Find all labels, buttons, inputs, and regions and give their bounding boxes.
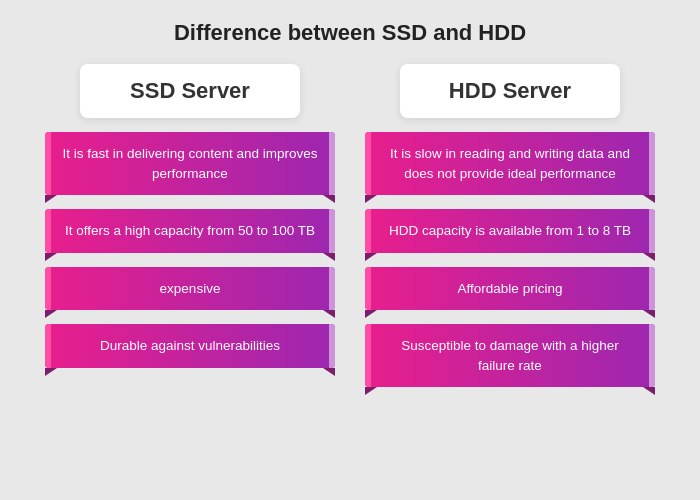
ribbon-right-accent	[649, 209, 655, 253]
hdd-item-4: Susceptible to damage with a higher fail…	[365, 324, 655, 387]
list-item: Affordable pricing	[365, 267, 655, 311]
ribbon-left-accent	[45, 209, 51, 253]
hdd-item-3: Affordable pricing	[365, 267, 655, 311]
fold-right	[323, 310, 335, 318]
hdd-column: HDD Server It is slow in reading and wri…	[365, 64, 655, 391]
list-item: It offers a high capacity from 50 to 100…	[45, 209, 335, 253]
list-item: Susceptible to damage with a higher fail…	[365, 324, 655, 387]
ribbon-right-accent	[329, 324, 335, 368]
fold-right	[643, 195, 655, 203]
list-item: Durable against vulnerabilities	[45, 324, 335, 368]
list-item: HDD capacity is available from 1 to 8 TB	[365, 209, 655, 253]
list-item: expensive	[45, 267, 335, 311]
ribbon-right-accent	[649, 267, 655, 311]
ssd-item-1: It is fast in delivering content and imp…	[45, 132, 335, 195]
fold-left	[45, 310, 57, 318]
fold-right	[643, 253, 655, 261]
columns-container: SSD Server It is fast in delivering cont…	[30, 64, 670, 391]
ribbon-left-accent	[45, 132, 51, 195]
ribbon-left-accent	[365, 132, 371, 195]
hdd-item-1: It is slow in reading and writing data a…	[365, 132, 655, 195]
hdd-header: HDD Server	[400, 64, 620, 118]
ssd-ribbon-list: It is fast in delivering content and imp…	[45, 132, 335, 372]
list-item: It is slow in reading and writing data a…	[365, 132, 655, 195]
ssd-item-4: Durable against vulnerabilities	[45, 324, 335, 368]
hdd-ribbon-list: It is slow in reading and writing data a…	[365, 132, 655, 391]
ribbon-left-accent	[365, 324, 371, 387]
ribbon-left-accent	[365, 209, 371, 253]
fold-left	[365, 253, 377, 261]
fold-right	[323, 368, 335, 376]
fold-left	[45, 195, 57, 203]
ribbon-right-accent	[649, 324, 655, 387]
ribbon-left-accent	[45, 267, 51, 311]
ribbon-right-accent	[329, 267, 335, 311]
hdd-item-2: HDD capacity is available from 1 to 8 TB	[365, 209, 655, 253]
fold-right	[323, 253, 335, 261]
ribbon-right-accent	[329, 209, 335, 253]
fold-left	[45, 253, 57, 261]
ribbon-left-accent	[365, 267, 371, 311]
page: Difference between SSD and HDD SSD Serve…	[0, 0, 700, 500]
fold-left	[365, 195, 377, 203]
ssd-item-2: It offers a high capacity from 50 to 100…	[45, 209, 335, 253]
ssd-item-3: expensive	[45, 267, 335, 311]
fold-left	[45, 368, 57, 376]
ssd-column: SSD Server It is fast in delivering cont…	[45, 64, 335, 391]
fold-right	[643, 387, 655, 395]
ssd-header: SSD Server	[80, 64, 300, 118]
fold-right	[643, 310, 655, 318]
ribbon-right-accent	[329, 132, 335, 195]
fold-left	[365, 387, 377, 395]
fold-left	[365, 310, 377, 318]
page-title: Difference between SSD and HDD	[174, 20, 526, 46]
list-item: It is fast in delivering content and imp…	[45, 132, 335, 195]
fold-right	[323, 195, 335, 203]
ribbon-left-accent	[45, 324, 51, 368]
ribbon-right-accent	[649, 132, 655, 195]
